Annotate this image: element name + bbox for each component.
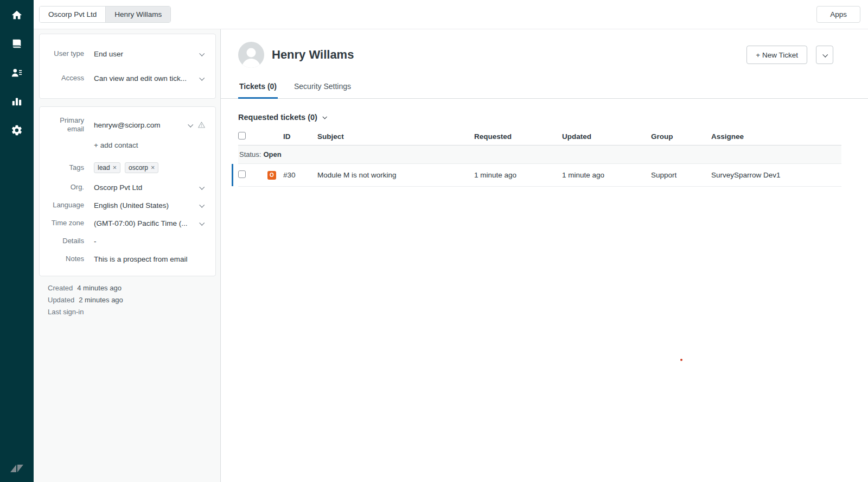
tab-oscorp-pvt-ltd[interactable]: Oscorp Pvt Ltd [40,7,105,22]
tag-chip-oscorp[interactable]: oscorp × [125,162,158,173]
user-type-select[interactable]: End user [94,50,207,58]
chevron-down-icon [199,185,205,190]
tab-label: Security Settings [294,82,351,91]
tab-tickets[interactable]: Tickets (0) [238,78,278,99]
details-label: Details [48,237,84,245]
chevron-down-icon [199,51,205,56]
user-header: Henry Willams + New Ticket [221,29,868,68]
access-value: Can view and edit own tick... [94,74,187,83]
header-assignee: Assignee [711,132,841,141]
timezone-value: (GMT-07:00) Pacific Time (... [94,219,188,227]
apps-button[interactable]: Apps [816,6,860,23]
language-label: Language [48,201,84,210]
home-icon[interactable] [9,8,24,23]
details-value[interactable]: - [94,237,207,245]
new-ticket-button[interactable]: + New Ticket [746,46,807,64]
table-header-row: ID Subject Requested Updated Group Assig… [238,128,841,145]
section-title: Requested tickets (0) [238,113,317,122]
last-signin-label: Last sign-in [48,308,84,316]
header-group: Group [651,132,711,141]
user-sidebar: User type End user Access Can view and e… [34,29,221,482]
updated-row: Updated 2 minutes ago [48,296,216,304]
header-requested: Requested [474,132,562,141]
knowledge-icon[interactable] [9,36,24,52]
access-label: Access [48,74,84,83]
status-group-label: Status: [239,150,261,158]
notes-value[interactable]: This is a prospect from email [94,255,207,263]
settings-icon[interactable] [9,123,24,138]
profile-tabs: Tickets (0) Security Settings [221,78,868,99]
workspace-tabs: Oscorp Pvt Ltd Henry Willams [39,6,171,23]
row-checkbox[interactable] [238,170,246,178]
user-type-label: User type [48,49,84,58]
tab-label: Oscorp Pvt Ltd [48,10,97,18]
tags-label: Tags [48,163,84,172]
tab-label: Tickets (0) [239,82,277,91]
status-group-value: Open [263,150,281,158]
contacts-icon[interactable] [9,65,24,80]
ticket-row[interactable]: O #30 Module M is not working 1 minute a… [238,164,841,187]
requested-tickets-section: Requested tickets (0) ID Subject Request… [221,99,868,187]
primary-email-value-row: henryw@sciorp.com [94,121,207,129]
access-select[interactable]: Can view and edit own tick... [94,74,207,83]
ticket-requested: 1 minute ago [474,171,562,179]
ticket-updated: 1 minute ago [562,171,651,179]
tab-label: Henry Willams [114,10,162,18]
product-nav [0,0,34,482]
requested-tickets-toggle[interactable]: Requested tickets (0) [238,113,841,122]
app-root: Oscorp Pvt Ltd Henry Willams Apps User t… [0,0,868,482]
org-value: Oscorp Pvt Ltd [94,183,142,192]
tag-remove-icon[interactable]: × [113,164,117,172]
ticket-id: #30 [283,171,317,179]
ticket-assignee: SurveySparrow Dev1 [711,171,841,179]
chevron-down-icon [322,115,327,119]
tab-security-settings[interactable]: Security Settings [293,78,352,99]
chevron-down-icon [199,202,205,208]
org-label: Org. [48,183,84,192]
primary-email-label: Primary email [48,116,84,134]
created-label: Created [48,284,73,292]
header-subject: Subject [317,132,474,141]
language-select[interactable]: English (United States) [94,201,207,210]
email-expand-chevron-icon[interactable] [188,122,193,127]
header-id: ID [283,132,317,141]
avatar [238,42,264,68]
updated-label: Updated [48,296,74,304]
chevron-down-icon [822,52,828,57]
status-group-row: Status: Open [238,145,841,164]
tag-remove-icon[interactable]: × [151,164,155,172]
chevron-down-icon [199,220,205,226]
timezone-select[interactable]: (GMT-07:00) Pacific Time (... [94,219,207,227]
page-title: Henry Willams [272,48,354,62]
cursor-dot [680,359,682,361]
tag-label: lead [98,164,110,172]
email-warning-icon [197,121,206,129]
record-meta: Created 4 minutes ago Updated 2 minutes … [39,284,216,316]
tag-label: oscorp [129,164,148,172]
created-row: Created 4 minutes ago [48,284,216,292]
tab-henry-willams[interactable]: Henry Willams [105,7,170,22]
timezone-label: Time zone [48,219,84,227]
org-select[interactable]: Oscorp Pvt Ltd [94,183,207,192]
new-ticket-dropdown-button[interactable] [816,46,833,64]
ticket-group: Support [651,171,711,179]
open-status-icon: O [267,171,276,180]
tag-chip-lead[interactable]: lead × [94,162,120,173]
primary-email-value: henryw@sciorp.com [94,121,161,129]
topbar: Oscorp Pvt Ltd Henry Willams Apps [34,0,868,29]
user-type-value: End user [94,50,123,58]
zendesk-logo[interactable] [9,462,24,474]
created-value: 4 minutes ago [77,284,122,292]
select-all-checkbox[interactable] [238,132,246,139]
header-updated: Updated [562,132,651,141]
ticket-subject-link[interactable]: Module M is not working [317,171,474,179]
main-pane: Henry Willams + New Ticket Tickets (0) S… [221,29,868,482]
ticket-actions: + New Ticket [746,46,833,64]
add-contact-link[interactable]: + add contact [94,141,138,149]
role-access-card: User type End user Access Can view and e… [39,34,216,99]
notes-label: Notes [48,255,84,263]
tickets-table: ID Subject Requested Updated Group Assig… [238,128,841,187]
last-signin-row: Last sign-in [48,308,216,316]
reports-icon[interactable] [9,94,24,109]
language-value: English (United States) [94,201,169,210]
